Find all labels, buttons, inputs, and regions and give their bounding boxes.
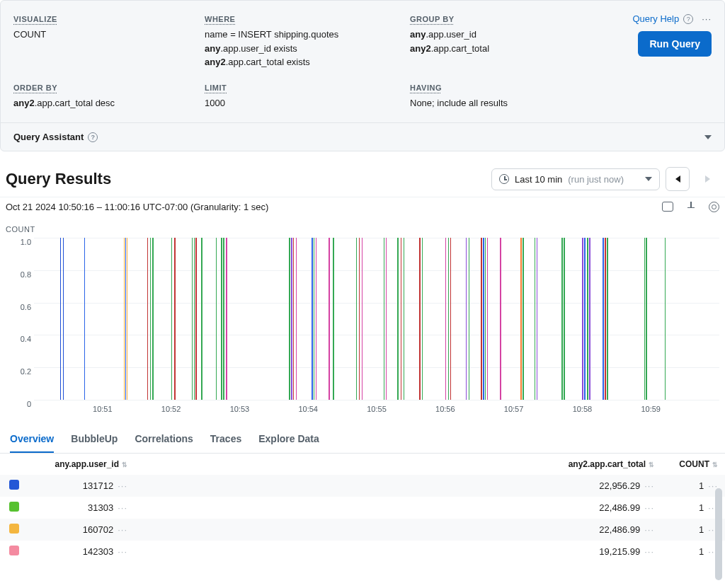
chart-spike[interactable] — [665, 238, 666, 400]
chart-spike[interactable] — [520, 238, 522, 400]
chart-spike[interactable] — [333, 238, 334, 400]
chart-spike[interactable] — [445, 238, 447, 400]
having-section[interactable]: HAVING None; include all results — [410, 82, 580, 110]
tab-correlations[interactable]: Correlations — [135, 433, 193, 453]
chart-spike[interactable] — [587, 238, 588, 400]
chart-spike[interactable] — [419, 238, 421, 400]
chart-spike[interactable] — [226, 238, 227, 400]
col-cart-total[interactable]: any2.app.cart_total⇅ — [135, 454, 661, 475]
settings-icon[interactable] — [709, 202, 719, 212]
chart-spike[interactable] — [537, 238, 538, 400]
chart-spike[interactable] — [362, 238, 363, 400]
chart-spike[interactable] — [314, 238, 315, 400]
more-menu-icon[interactable]: ··· — [702, 13, 712, 24]
comment-icon[interactable] — [662, 202, 673, 212]
chart-spike[interactable] — [607, 238, 608, 400]
chart-spike[interactable] — [316, 238, 317, 400]
chart-spike[interactable] — [584, 238, 586, 400]
chart-spike[interactable] — [127, 238, 128, 400]
chart-spike[interactable] — [466, 238, 467, 400]
chart-spike[interactable] — [487, 238, 489, 400]
chart-spike[interactable] — [644, 238, 646, 400]
chart-spike[interactable] — [192, 238, 193, 400]
chart-spike[interactable] — [603, 238, 604, 400]
chart-spike[interactable] — [422, 238, 423, 400]
table-row[interactable]: 31303···22,486.99···1··· — [0, 497, 725, 519]
chart-spike[interactable] — [485, 238, 486, 400]
tab-explore-data[interactable]: Explore Data — [258, 433, 319, 453]
chart-spike[interactable] — [469, 238, 470, 400]
chart-spike[interactable] — [221, 238, 222, 400]
row-more-icon[interactable]: ··· — [640, 502, 654, 513]
chart-spike[interactable] — [605, 238, 606, 400]
chart-spike[interactable] — [448, 238, 450, 400]
chart-spike[interactable] — [481, 238, 482, 400]
chart-spike[interactable] — [523, 238, 524, 400]
row-more-icon[interactable]: ··· — [113, 546, 127, 557]
chart-spike[interactable] — [450, 238, 452, 400]
tab-overview[interactable]: Overview — [10, 433, 54, 453]
chart-spike[interactable] — [589, 238, 590, 400]
row-more-icon[interactable]: ··· — [640, 480, 654, 491]
chart-spike[interactable] — [216, 238, 217, 400]
time-range-select[interactable]: Last 10 min (run just now) — [491, 168, 660, 190]
row-more-icon[interactable]: ··· — [113, 502, 127, 513]
chart-spike[interactable] — [401, 238, 402, 400]
chart-spike[interactable] — [60, 238, 62, 400]
next-time-button[interactable] — [695, 167, 719, 191]
chart-spike[interactable] — [174, 238, 176, 400]
chart-spike[interactable] — [296, 238, 297, 400]
chart-spike[interactable] — [535, 238, 536, 400]
chart-spike[interactable] — [329, 238, 330, 400]
row-more-icon[interactable]: ··· — [640, 524, 654, 535]
col-count[interactable]: COUNT⇅ — [661, 454, 725, 475]
chart-spike[interactable] — [386, 238, 387, 400]
chart-spike[interactable] — [201, 238, 202, 400]
chart-spike[interactable] — [397, 238, 399, 400]
chart-spike[interactable] — [404, 238, 405, 400]
download-icon[interactable] — [686, 202, 696, 212]
table-row[interactable]: 131712···22,956.29···1··· — [0, 475, 725, 497]
col-user-id[interactable]: any.app.user_id⇅ — [28, 454, 135, 475]
chart-spike[interactable] — [152, 238, 154, 400]
chart-spike[interactable] — [356, 238, 358, 400]
chart-spike[interactable] — [293, 238, 295, 400]
chart-spike[interactable] — [63, 238, 64, 400]
prev-time-button[interactable] — [666, 167, 690, 191]
chart-spike[interactable] — [171, 238, 173, 400]
row-more-icon[interactable]: ··· — [113, 524, 127, 535]
chart-spike[interactable] — [289, 238, 290, 400]
chart-spike[interactable] — [84, 238, 86, 400]
chart-spike[interactable] — [384, 238, 385, 400]
run-query-button[interactable]: Run Query — [638, 31, 712, 57]
chart-spike[interactable] — [359, 238, 360, 400]
groupby-section[interactable]: GROUP BY any.app.user_id any2.app.cart_t… — [410, 13, 580, 69]
chevron-down-icon[interactable] — [704, 135, 712, 139]
tab-bubbleup[interactable]: BubbleUp — [71, 433, 118, 453]
orderby-section[interactable]: ORDER BY any2.app.cart_total desc — [13, 82, 205, 110]
chart-plot-area[interactable]: 1.0 0.8 0.6 0.4 0.2 0 — [34, 238, 719, 400]
chart-spike[interactable] — [483, 238, 484, 400]
chart-spike[interactable] — [582, 238, 583, 400]
chart-spike[interactable] — [194, 238, 195, 400]
table-row[interactable]: 160702···22,486.99···1··· — [0, 519, 725, 541]
chart-spike[interactable] — [291, 238, 292, 400]
chart-spike[interactable] — [500, 238, 501, 400]
row-more-icon[interactable]: ··· — [113, 480, 127, 491]
chart-spike[interactable] — [195, 238, 197, 400]
chart-spike[interactable] — [147, 238, 149, 400]
chart-spike[interactable] — [646, 238, 647, 400]
chart-spike[interactable] — [312, 238, 313, 400]
where-section[interactable]: WHERE name = INSERT shipping.quotes any.… — [205, 13, 410, 69]
row-more-icon[interactable]: ··· — [640, 546, 654, 557]
limit-section[interactable]: LIMIT 1000 — [205, 82, 410, 110]
visualize-section[interactable]: VISUALIZE COUNT — [13, 13, 205, 69]
chart-spike[interactable] — [561, 238, 563, 400]
tab-traces[interactable]: Traces — [210, 433, 241, 453]
chart-spike[interactable] — [150, 238, 152, 400]
chart-spike[interactable] — [564, 238, 565, 400]
table-row[interactable]: 142303···19,215.99···1··· — [0, 541, 725, 563]
scrollbar-thumb[interactable] — [715, 488, 722, 563]
chart-spike[interactable] — [223, 238, 224, 400]
query-help-link[interactable]: Query Help ? — [632, 13, 693, 24]
